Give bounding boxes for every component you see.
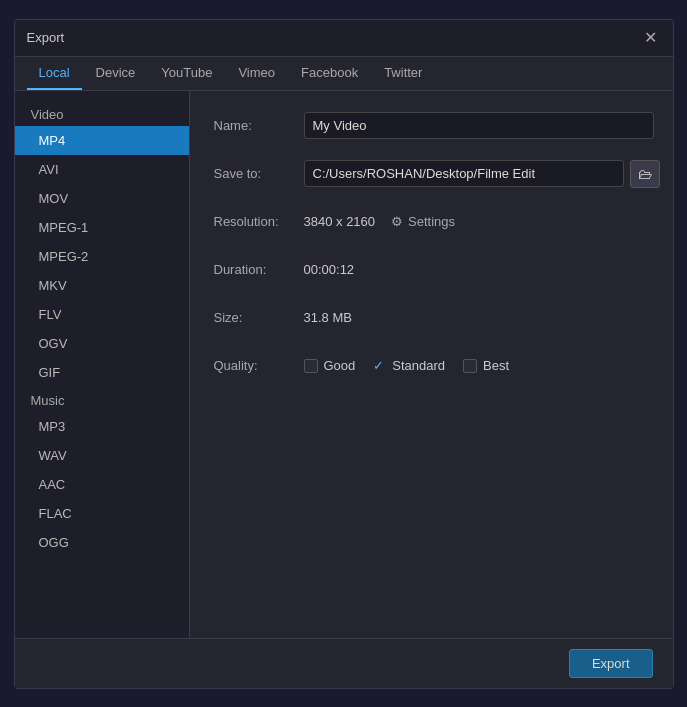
save-to-controls: 🗁 xyxy=(304,160,660,188)
size-row: Size: 31.8 MB xyxy=(214,303,660,333)
quality-good-label: Good xyxy=(324,358,356,373)
folder-icon: 🗁 xyxy=(638,166,652,182)
video-section-label: Video xyxy=(15,101,189,126)
save-to-row: Save to: 🗁 xyxy=(214,159,660,189)
resolution-value: 3840 x 2160 xyxy=(304,214,376,229)
name-row: Name: xyxy=(214,111,660,141)
folder-browse-button[interactable]: 🗁 xyxy=(630,160,660,188)
sidebar-item-mp4[interactable]: MP4 xyxy=(15,126,189,155)
sidebar-item-mpeg1[interactable]: MPEG-1 xyxy=(15,213,189,242)
title-bar: Export ✕ xyxy=(15,20,673,57)
tab-youtube[interactable]: YouTube xyxy=(149,57,224,90)
tab-local[interactable]: Local xyxy=(27,57,82,90)
sidebar-item-flv[interactable]: FLV xyxy=(15,300,189,329)
quality-options: Good ✓ Standard Best xyxy=(304,358,510,373)
duration-value: 00:00:12 xyxy=(304,262,355,277)
sidebar-item-wav[interactable]: WAV xyxy=(15,441,189,470)
name-label: Name: xyxy=(214,118,304,133)
name-input[interactable] xyxy=(304,112,654,139)
sidebar-item-ogv[interactable]: OGV xyxy=(15,329,189,358)
size-value: 31.8 MB xyxy=(304,310,352,325)
tab-twitter[interactable]: Twitter xyxy=(372,57,434,90)
tab-vimeo[interactable]: Vimeo xyxy=(226,57,287,90)
gear-icon: ⚙ xyxy=(391,214,403,229)
sidebar-item-gif[interactable]: GIF xyxy=(15,358,189,387)
content-area: Video MP4 AVI MOV MPEG-1 MPEG-2 MKV FLV … xyxy=(15,91,673,638)
quality-good-checkbox[interactable] xyxy=(304,359,318,373)
quality-best[interactable]: Best xyxy=(463,358,509,373)
settings-label: Settings xyxy=(408,214,455,229)
sidebar-item-mpeg2[interactable]: MPEG-2 xyxy=(15,242,189,271)
export-dialog: Export ✕ Local Device YouTube Vimeo Face… xyxy=(14,19,674,689)
sidebar: Video MP4 AVI MOV MPEG-1 MPEG-2 MKV FLV … xyxy=(15,91,190,638)
check-icon: ✓ xyxy=(373,358,384,373)
tabs-bar: Local Device YouTube Vimeo Facebook Twit… xyxy=(15,57,673,91)
save-path-input[interactable] xyxy=(304,160,624,187)
export-button[interactable]: Export xyxy=(569,649,653,678)
sidebar-item-aac[interactable]: AAC xyxy=(15,470,189,499)
duration-label: Duration: xyxy=(214,262,304,277)
quality-standard[interactable]: ✓ Standard xyxy=(373,358,445,373)
quality-best-label: Best xyxy=(483,358,509,373)
resolution-row: Resolution: 3840 x 2160 ⚙ Settings xyxy=(214,207,660,237)
sidebar-item-flac[interactable]: FLAC xyxy=(15,499,189,528)
sidebar-item-mp3[interactable]: MP3 xyxy=(15,412,189,441)
settings-button[interactable]: ⚙ Settings xyxy=(385,211,461,232)
quality-good[interactable]: Good xyxy=(304,358,356,373)
sidebar-item-avi[interactable]: AVI xyxy=(15,155,189,184)
save-to-label: Save to: xyxy=(214,166,304,181)
main-panel: Name: Save to: 🗁 Resolution: 3840 x 2160 xyxy=(190,91,673,638)
quality-best-checkbox[interactable] xyxy=(463,359,477,373)
bottom-bar: Export xyxy=(15,638,673,688)
resolution-controls: 3840 x 2160 ⚙ Settings xyxy=(304,211,462,232)
music-section-label: Music xyxy=(15,387,189,412)
close-button[interactable]: ✕ xyxy=(640,28,661,48)
quality-standard-label: Standard xyxy=(392,358,445,373)
tab-facebook[interactable]: Facebook xyxy=(289,57,370,90)
quality-label: Quality: xyxy=(214,358,304,373)
size-label: Size: xyxy=(214,310,304,325)
sidebar-item-mkv[interactable]: MKV xyxy=(15,271,189,300)
sidebar-item-mov[interactable]: MOV xyxy=(15,184,189,213)
duration-row: Duration: 00:00:12 xyxy=(214,255,660,285)
tab-device[interactable]: Device xyxy=(84,57,148,90)
dialog-title: Export xyxy=(27,30,65,45)
resolution-label: Resolution: xyxy=(214,214,304,229)
quality-row: Quality: Good ✓ Standard Best xyxy=(214,351,660,381)
sidebar-item-ogg[interactable]: OGG xyxy=(15,528,189,557)
